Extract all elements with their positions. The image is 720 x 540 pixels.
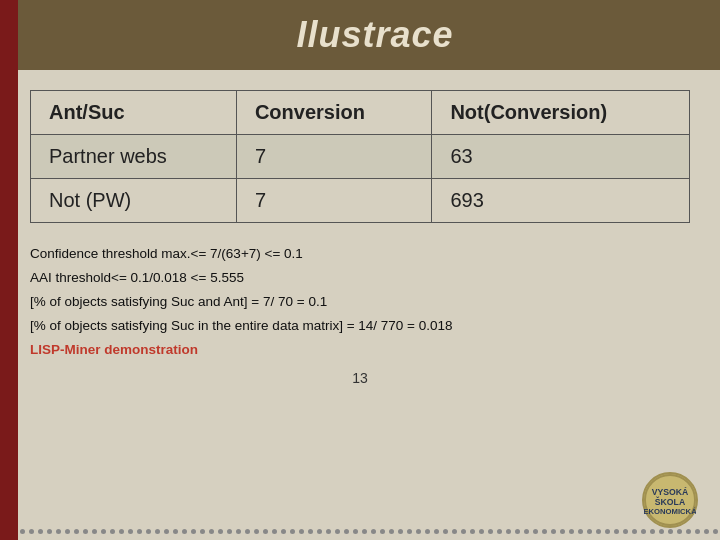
info-line-1: AAI threshold<= 0.1/0.018 <= 5.555 xyxy=(30,269,690,288)
dot xyxy=(38,529,43,534)
dot xyxy=(398,529,403,534)
col-header-2: Not(Conversion) xyxy=(432,91,690,135)
dot xyxy=(227,529,232,534)
dot xyxy=(569,529,574,534)
dot xyxy=(605,529,610,534)
cell-0-0: Partner webs xyxy=(31,135,237,179)
info-line-2: [% of objects satisfying Suc and Ant] = … xyxy=(30,293,690,312)
cell-0-2: 63 xyxy=(432,135,690,179)
dot xyxy=(281,529,286,534)
dot xyxy=(371,529,376,534)
dot xyxy=(326,529,331,534)
dot xyxy=(344,529,349,534)
info-line-0: Confidence threshold max.<= 7/(63+7) <= … xyxy=(30,245,690,264)
dot xyxy=(173,529,178,534)
dot xyxy=(713,529,718,534)
bottom-dots xyxy=(20,529,650,534)
dot xyxy=(425,529,430,534)
logo-area: VYSOKÁ ŠKOLA EKONOMICKÁ xyxy=(640,470,700,530)
dot xyxy=(335,529,340,534)
dot xyxy=(290,529,295,534)
cell-1-0: Not (PW) xyxy=(31,179,237,223)
header-bar: Ilustrace xyxy=(0,0,720,70)
dot xyxy=(560,529,565,534)
cell-1-2: 693 xyxy=(432,179,690,223)
dot xyxy=(488,529,493,534)
dot xyxy=(164,529,169,534)
dot xyxy=(551,529,556,534)
dot xyxy=(443,529,448,534)
dot xyxy=(614,529,619,534)
table-body: Partner webs 7 63 Not (PW) 7 693 xyxy=(31,135,690,223)
dot xyxy=(245,529,250,534)
dot xyxy=(92,529,97,534)
dot xyxy=(587,529,592,534)
dot xyxy=(389,529,394,534)
lisp-line: LISP-Miner demonstration xyxy=(30,341,690,360)
dot xyxy=(308,529,313,534)
dot xyxy=(362,529,367,534)
dot xyxy=(182,529,187,534)
dot xyxy=(542,529,547,534)
dot xyxy=(272,529,277,534)
dot xyxy=(119,529,124,534)
dot xyxy=(65,529,70,534)
cell-0-1: 7 xyxy=(236,135,432,179)
dot xyxy=(416,529,421,534)
dot xyxy=(506,529,511,534)
dot xyxy=(317,529,322,534)
dot xyxy=(470,529,475,534)
dot xyxy=(101,529,106,534)
dot xyxy=(146,529,151,534)
col-header-1: Conversion xyxy=(236,91,432,135)
dot xyxy=(497,529,502,534)
dot xyxy=(209,529,214,534)
table-row: Not (PW) 7 693 xyxy=(31,179,690,223)
table-header: Ant/Suc Conversion Not(Conversion) xyxy=(31,91,690,135)
dot xyxy=(200,529,205,534)
dot xyxy=(191,529,196,534)
dot xyxy=(461,529,466,534)
dot xyxy=(47,529,52,534)
dot xyxy=(137,529,142,534)
slide: Ilustrace Ant/Suc Conversion Not(Convers… xyxy=(0,0,720,540)
dot xyxy=(218,529,223,534)
dot xyxy=(20,529,25,534)
dot xyxy=(434,529,439,534)
dot xyxy=(704,529,709,534)
dot xyxy=(263,529,268,534)
table-row: Partner webs 7 63 xyxy=(31,135,690,179)
cell-1-1: 7 xyxy=(236,179,432,223)
svg-text:ŠKOLA: ŠKOLA xyxy=(655,496,686,507)
dot xyxy=(515,529,520,534)
dot xyxy=(380,529,385,534)
slide-title: Ilustrace xyxy=(296,14,453,56)
dot xyxy=(596,529,601,534)
dot xyxy=(479,529,484,534)
dot xyxy=(236,529,241,534)
logo: VYSOKÁ ŠKOLA EKONOMICKÁ xyxy=(642,472,698,528)
dot xyxy=(524,529,529,534)
table-header-row: Ant/Suc Conversion Not(Conversion) xyxy=(31,91,690,135)
dot xyxy=(533,529,538,534)
dot xyxy=(452,529,457,534)
dot xyxy=(578,529,583,534)
dot xyxy=(56,529,61,534)
dot xyxy=(110,529,115,534)
dot xyxy=(155,529,160,534)
svg-text:VYSOKÁ: VYSOKÁ xyxy=(652,487,689,497)
content-area: Ant/Suc Conversion Not(Conversion) Partn… xyxy=(0,70,720,540)
dot xyxy=(83,529,88,534)
data-table: Ant/Suc Conversion Not(Conversion) Partn… xyxy=(30,90,690,223)
dot xyxy=(632,529,637,534)
info-lines: Confidence threshold max.<= 7/(63+7) <= … xyxy=(30,245,690,364)
dot xyxy=(623,529,628,534)
accent-bar xyxy=(0,0,18,540)
page-number: 13 xyxy=(30,370,690,386)
dot xyxy=(74,529,79,534)
dot xyxy=(29,529,34,534)
info-line-3: [% of objects satisfying Suc in the enti… xyxy=(30,317,690,336)
col-header-0: Ant/Suc xyxy=(31,91,237,135)
dot xyxy=(128,529,133,534)
svg-text:EKONOMICKÁ: EKONOMICKÁ xyxy=(644,507,696,516)
